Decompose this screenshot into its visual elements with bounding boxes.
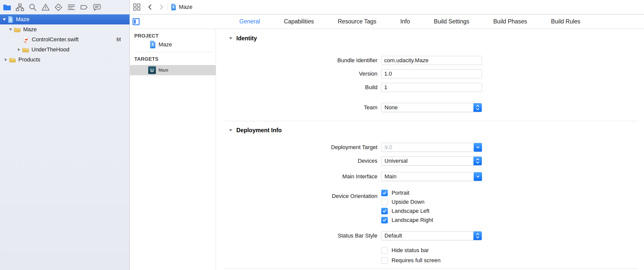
popup-chevrons-icon bbox=[473, 103, 482, 112]
version-field[interactable] bbox=[381, 69, 482, 78]
deployment-target-value: 9.0 bbox=[381, 144, 474, 151]
landscape-left-label: Landscape Left bbox=[392, 208, 429, 214]
identity-section-header: Identity bbox=[229, 35, 257, 42]
report-navigator-icon[interactable] bbox=[93, 3, 101, 12]
disclosure-collapsed-icon[interactable] bbox=[4, 57, 8, 62]
jump-bar: Maze bbox=[130, 0, 644, 14]
test-navigator-icon[interactable] bbox=[54, 3, 63, 12]
landscape-right-checkbox[interactable] bbox=[381, 217, 388, 223]
hide-status-bar-row: Hide status bar bbox=[381, 247, 429, 254]
devices-label: Devices bbox=[216, 158, 377, 164]
folder-icon bbox=[14, 27, 21, 32]
status-bar-style-label: Status Bar Style bbox=[216, 232, 377, 239]
section-disclosure-icon[interactable] bbox=[229, 128, 233, 132]
sidebar-item-label: ControlCenter.swift bbox=[32, 36, 79, 43]
forward-button[interactable] bbox=[158, 4, 164, 10]
target-row-maze[interactable]: U Maze bbox=[130, 65, 216, 75]
build-row: Build bbox=[216, 83, 644, 92]
hide-status-bar-checkbox[interactable] bbox=[381, 247, 388, 254]
portrait-label: Portrait bbox=[392, 190, 409, 196]
debug-navigator-icon[interactable] bbox=[67, 3, 76, 12]
orientation-landscape-left-row: Landscape Left bbox=[381, 208, 429, 214]
section-title: Deployment Info bbox=[236, 127, 282, 134]
related-items-icon[interactable] bbox=[133, 3, 141, 11]
device-orientation-label: Device Orientation bbox=[216, 193, 377, 199]
requires-full-screen-label: Requires full screen bbox=[392, 257, 440, 264]
jump-bar-doc-title[interactable]: Maze bbox=[179, 4, 192, 10]
team-popup[interactable]: None bbox=[381, 103, 482, 112]
main-interface-combo[interactable]: Main bbox=[381, 172, 482, 181]
sidebar-item-controlcenter-swift[interactable]: SWIFT ControlCenter.swift M bbox=[0, 35, 130, 45]
navigator-selector-bar bbox=[0, 0, 130, 14]
breakpoint-navigator-icon[interactable] bbox=[80, 3, 88, 12]
section-disclosure-icon[interactable] bbox=[229, 36, 233, 41]
sidebar-item-label: Maze bbox=[16, 16, 29, 23]
upside-down-checkbox[interactable] bbox=[381, 199, 388, 205]
find-navigator-icon[interactable] bbox=[28, 3, 37, 12]
sidebar-item-products[interactable]: Products bbox=[0, 55, 130, 65]
xcode-project-icon bbox=[8, 16, 13, 23]
build-field[interactable] bbox=[381, 83, 482, 92]
tab-resource-tags[interactable]: Resource Tags bbox=[338, 18, 376, 25]
folder-icon bbox=[9, 57, 16, 62]
section-title: Identity bbox=[236, 35, 257, 42]
toggle-targets-list-icon[interactable] bbox=[132, 18, 140, 25]
sidebar-item-underthehood[interactable]: UnderTheHood bbox=[0, 45, 130, 55]
main-interface-label: Main Interface bbox=[216, 173, 377, 180]
sidebar-item-label: UnderTheHood bbox=[31, 46, 69, 53]
swift-file-icon: SWIFT bbox=[23, 36, 29, 43]
requires-full-screen-checkbox[interactable] bbox=[381, 257, 388, 264]
devices-row: Devices Universal bbox=[216, 156, 644, 165]
tab-build-phases[interactable]: Build Phases bbox=[493, 18, 527, 25]
issue-navigator-icon[interactable] bbox=[41, 3, 50, 12]
disclosure-expanded-icon[interactable] bbox=[8, 27, 13, 32]
orientation-portrait-row: Portrait bbox=[381, 190, 409, 196]
deployment-target-combo[interactable]: 9.0 bbox=[381, 143, 482, 152]
target-app-icon: U bbox=[148, 66, 156, 74]
back-button[interactable] bbox=[147, 4, 154, 10]
target-name: Maze bbox=[158, 68, 168, 73]
hide-status-bar-label: Hide status bar bbox=[392, 247, 429, 254]
disclosure-collapsed-icon[interactable] bbox=[17, 47, 21, 52]
project-row-maze[interactable]: Maze bbox=[130, 39, 216, 50]
disclosure-expanded-icon[interactable] bbox=[2, 17, 7, 22]
svg-text:SWIFT: SWIFT bbox=[24, 42, 27, 43]
sidebar-item-maze-project[interactable]: Maze bbox=[0, 14, 130, 24]
deployment-target-label: Deployment Target bbox=[216, 144, 377, 151]
combo-chevron-icon bbox=[474, 172, 482, 181]
orientation-landscape-right-row: Landscape Right bbox=[381, 217, 433, 223]
divider bbox=[167, 3, 168, 11]
build-label: Build bbox=[216, 84, 377, 91]
upside-down-label: Upside Down bbox=[392, 199, 425, 205]
landscape-right-label: Landscape Right bbox=[392, 217, 433, 223]
devices-popup-value: Universal bbox=[381, 158, 473, 164]
tab-general[interactable]: General bbox=[239, 18, 260, 25]
tab-info[interactable]: Info bbox=[400, 18, 410, 25]
project-name: Maze bbox=[158, 41, 172, 48]
svg-text:U: U bbox=[150, 68, 154, 73]
status-bar-style-popup[interactable]: Default bbox=[381, 231, 482, 240]
main-interface-value: Main bbox=[381, 173, 474, 180]
devices-popup[interactable]: Universal bbox=[381, 156, 482, 165]
landscape-left-checkbox[interactable] bbox=[381, 208, 388, 214]
deployment-info-section-header: Deployment Info bbox=[229, 127, 282, 134]
team-label: Team bbox=[216, 104, 377, 111]
divider bbox=[144, 3, 144, 11]
project-navigator-icon[interactable] bbox=[3, 3, 11, 12]
tab-capabilities[interactable]: Capabilities bbox=[284, 18, 314, 25]
tab-build-settings[interactable]: Build Settings bbox=[434, 18, 469, 25]
main-interface-row: Main Interface Main bbox=[216, 172, 644, 181]
portrait-checkbox[interactable] bbox=[381, 190, 388, 196]
version-label: Version bbox=[216, 71, 377, 77]
symbol-navigator-icon[interactable] bbox=[16, 3, 24, 12]
tab-build-rules[interactable]: Build Rules bbox=[551, 18, 580, 25]
section-divider bbox=[224, 121, 638, 121]
popup-chevrons-icon bbox=[473, 157, 482, 165]
project-doc-icon bbox=[171, 4, 176, 11]
sidebar-item-maze-group[interactable]: Maze bbox=[0, 24, 130, 35]
targets-header: TARGETS bbox=[134, 56, 216, 62]
status-bar-style-row: Status Bar Style Default bbox=[216, 231, 644, 240]
settings-tabs: General Capabilities Resource Tags Info … bbox=[239, 18, 580, 25]
combo-chevron-icon bbox=[474, 143, 482, 152]
bundle-identifier-field[interactable] bbox=[381, 56, 482, 65]
